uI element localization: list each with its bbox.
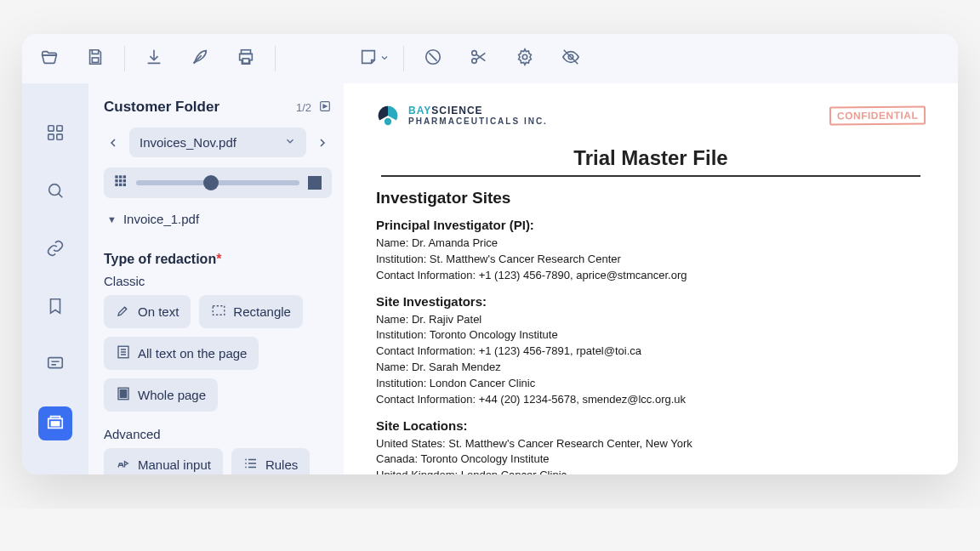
sidebar: Customer Folder 1/2 Invoices_Nov.pdf <box>88 83 344 474</box>
svg-rect-9 <box>57 126 62 131</box>
caret-down-icon: ▼ <box>107 214 117 224</box>
redaction-type-label: Type of redaction* <box>104 252 332 267</box>
settings-button[interactable] <box>503 41 547 77</box>
tree-file-label: Invoice_1.pdf <box>123 212 199 226</box>
link-icon <box>46 239 65 261</box>
logo-mark-icon <box>376 104 400 128</box>
sidebar-title: Customer Folder <box>104 99 219 116</box>
rectangle-label: Rectangle <box>233 304 291 319</box>
sidebar-header: Customer Folder 1/2 <box>104 99 332 116</box>
rail-comments[interactable] <box>38 349 72 383</box>
filled-page-icon <box>116 386 131 404</box>
print-button[interactable] <box>224 41 268 77</box>
rail-attachments[interactable] <box>38 233 72 267</box>
top-toolbar <box>22 34 958 83</box>
download-button[interactable] <box>132 41 176 77</box>
classic-label: Classic <box>104 274 332 288</box>
eye-off-icon <box>561 48 580 70</box>
open-button[interactable] <box>27 41 71 77</box>
dashed-rect-icon <box>211 303 226 321</box>
feather-icon <box>191 48 209 70</box>
pi-name: Name: Dr. Amanda Price <box>376 236 926 252</box>
eraser-icon <box>424 48 442 70</box>
si1-name: Name: Dr. Rajiv Patel <box>376 312 926 328</box>
app-window: Customer Folder 1/2 Invoices_Nov.pdf <box>22 34 958 474</box>
logo-text-bay: BAY <box>408 105 431 116</box>
scissors-icon <box>470 48 488 70</box>
body-row: Customer Folder 1/2 Invoices_Nov.pdf <box>22 83 958 474</box>
grid-icon <box>46 123 65 145</box>
document-viewer[interactable]: BAYSCIENCE PHARMACEUTICALS INC. CONFIDEN… <box>344 83 958 474</box>
whole-page-label: Whole page <box>138 388 206 402</box>
svg-rect-25 <box>214 306 225 315</box>
folder-open-icon <box>40 48 59 70</box>
gear-icon <box>516 48 534 70</box>
whole-page-button[interactable]: Whole page <box>104 378 218 412</box>
next-file-button[interactable] <box>313 136 332 150</box>
svg-rect-10 <box>48 134 54 139</box>
zoom-slider[interactable] <box>136 180 299 185</box>
pi-contact: Contact Information: +1 (123) 456-7890, … <box>376 268 926 284</box>
chevron-down-icon <box>284 135 296 150</box>
svg-point-6 <box>522 54 527 60</box>
all-text-button[interactable]: All text on the page <box>104 337 259 370</box>
note-button[interactable] <box>352 41 396 77</box>
svg-rect-22 <box>115 184 117 186</box>
zoom-slider-thumb[interactable] <box>203 175 219 190</box>
left-rail <box>22 83 88 474</box>
rectangle-button[interactable]: Rectangle <box>199 295 303 328</box>
separator <box>275 46 276 71</box>
hide-button[interactable] <box>549 41 593 77</box>
svg-point-12 <box>49 185 60 196</box>
svg-rect-2 <box>242 59 248 64</box>
svg-rect-11 <box>57 134 62 139</box>
rail-redaction[interactable] <box>38 406 72 440</box>
printer-icon <box>236 48 255 70</box>
svg-point-29 <box>385 118 391 125</box>
prev-file-button[interactable] <box>104 136 122 150</box>
zoom-single-icon[interactable] <box>308 176 322 190</box>
svg-rect-16 <box>115 175 117 178</box>
svg-rect-18 <box>123 175 126 178</box>
text-highlight-icon <box>116 303 131 321</box>
rail-thumbnails[interactable] <box>38 117 72 151</box>
file-dropdown[interactable]: Invoices_Nov.pdf <box>129 128 306 157</box>
svg-rect-28 <box>120 390 127 398</box>
separator <box>124 46 125 71</box>
save-button[interactable] <box>73 41 117 77</box>
svg-rect-8 <box>48 126 54 131</box>
confidential-stamp: CONFIDENTIAL <box>829 106 926 126</box>
svg-rect-13 <box>48 358 63 368</box>
eraser-button[interactable] <box>411 41 455 77</box>
svg-rect-23 <box>119 184 122 186</box>
download-icon <box>145 48 163 70</box>
sign-button[interactable] <box>178 41 222 77</box>
zoom-thumbs-icon[interactable] <box>114 174 128 191</box>
tree-file-item[interactable]: ▼ Invoice_1.pdf <box>104 207 332 231</box>
site-investigators-heading: Site Investigators: <box>376 294 926 309</box>
svg-rect-24 <box>123 184 126 186</box>
loc-uk: United Kingdom: London Cancer Clinic <box>376 468 926 474</box>
file-dropdown-label: Invoices_Nov.pdf <box>140 135 236 150</box>
all-text-label: All text on the page <box>138 346 247 361</box>
on-text-button[interactable]: On text <box>104 295 191 328</box>
manual-input-button[interactable]: Manual input <box>104 448 223 474</box>
rules-icon <box>243 456 259 474</box>
site-locations-heading: Site Locations: <box>376 418 926 433</box>
rail-bookmarks[interactable] <box>38 291 72 325</box>
doc-section-heading: Investigator Sites <box>376 189 926 207</box>
page-text-icon <box>116 344 131 362</box>
svg-rect-20 <box>119 179 122 182</box>
rules-button[interactable]: Rules <box>231 448 310 474</box>
advanced-label: Advanced <box>104 427 332 441</box>
chevron-down-icon <box>379 51 390 66</box>
svg-rect-17 <box>119 175 122 178</box>
doc-header: BAYSCIENCE PHARMACEUTICALS INC. CONFIDEN… <box>376 104 926 128</box>
si1-contact: Contact Information: +1 (123) 456-7891, … <box>376 344 926 360</box>
sidebar-page-nav: 1/2 <box>296 99 332 116</box>
floppy-icon <box>86 48 105 70</box>
scissors-button[interactable] <box>457 41 501 77</box>
goto-page-button[interactable] <box>318 99 332 116</box>
sticky-note-icon <box>359 48 378 70</box>
rail-search[interactable] <box>38 175 72 209</box>
